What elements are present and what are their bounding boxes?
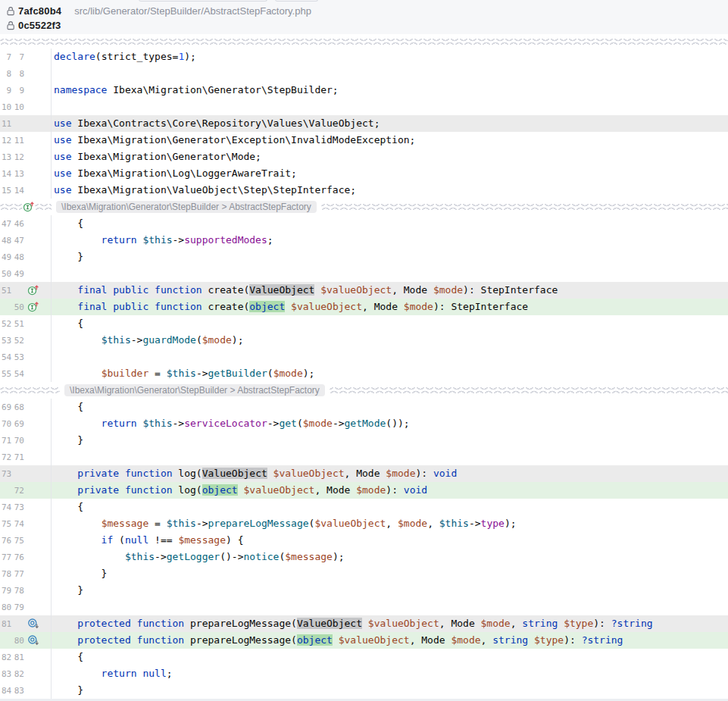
code-line[interactable]: 50 final public function create(object $… bbox=[0, 299, 728, 315]
code-text: return $this->serviceLocator->get($mode-… bbox=[51, 415, 728, 432]
old-line-number: 7 bbox=[2, 52, 11, 62]
new-line-number: 73 bbox=[11, 502, 24, 512]
new-line-number: 75 bbox=[11, 536, 24, 546]
old-line-number: 75 bbox=[2, 519, 11, 529]
code-line[interactable]: 70 69 return $this->serviceLocator->get(… bbox=[0, 415, 728, 432]
code-line[interactable]: 76 75 if (null !== $message) { bbox=[0, 532, 728, 549]
gutter: 83 82 bbox=[0, 665, 51, 682]
code-line[interactable]: 72 private function log(object $valueObj… bbox=[0, 482, 728, 499]
code-line[interactable]: 71 70 } bbox=[0, 432, 728, 449]
old-line-number: 71 bbox=[2, 436, 11, 446]
old-line-number: 76 bbox=[2, 536, 11, 546]
code-text: { bbox=[51, 315, 728, 332]
commit-hash-old: 7afc80b4 bbox=[18, 5, 61, 17]
overridden-icon[interactable] bbox=[27, 618, 39, 630]
code-line[interactable]: 73 private function log(ValueObject $val… bbox=[0, 465, 728, 482]
code-line[interactable]: 14 13 use Ibexa\Migration\Log\LoggerAwar… bbox=[0, 165, 728, 182]
new-line-number: 82 bbox=[11, 669, 24, 679]
code-line[interactable]: 55 54 $builder = $this->getBuilder($mode… bbox=[0, 365, 728, 382]
code-text: } bbox=[51, 582, 728, 599]
code-line[interactable]: 51 final public function create(ValueObj… bbox=[0, 282, 728, 299]
code-text: use Ibexa\Migration\Generator\Exception\… bbox=[51, 132, 728, 149]
code-line[interactable]: 7 7 declare(strict_types=1); bbox=[0, 49, 728, 65]
code-text: } bbox=[51, 432, 728, 449]
breadcrumb-chip[interactable]: \Ibexa\Migration\Generator\StepBuilder >… bbox=[64, 384, 325, 396]
code-text: return null; bbox=[51, 665, 728, 682]
code-line[interactable]: 74 73 { bbox=[0, 499, 728, 515]
code-line[interactable]: 9 9 namespace Ibexa\Migration\Generator\… bbox=[0, 82, 728, 99]
collapsed-region-separator[interactable]: \Ibexa\Migration\Generator\StepBuilder >… bbox=[0, 382, 728, 399]
code-line[interactable]: 52 51 { bbox=[0, 315, 728, 332]
code-text: if (null !== $message) { bbox=[51, 532, 728, 549]
new-line-number: 8 bbox=[11, 69, 24, 79]
gutter: 78 77 bbox=[0, 565, 51, 582]
code-line[interactable]: 84 83 } bbox=[0, 682, 728, 699]
code-line[interactable]: 79 78 } bbox=[0, 582, 728, 599]
wave-divider bbox=[321, 204, 728, 210]
top-wave-divider bbox=[0, 34, 728, 49]
code-line[interactable]: 78 77 } bbox=[0, 565, 728, 582]
old-line-number: 69 bbox=[2, 402, 11, 412]
collapsed-region-separator[interactable]: \Ibexa\Migration\Generator\StepBuilder >… bbox=[0, 199, 728, 215]
code-text: use Ibexa\Contracts\Core\Repository\Valu… bbox=[51, 115, 728, 132]
old-line-number: 13 bbox=[2, 152, 11, 162]
code-text: } bbox=[51, 565, 728, 582]
code-text bbox=[51, 265, 728, 282]
old-line-number: 8 bbox=[2, 69, 11, 79]
old-line-number: 78 bbox=[2, 569, 11, 579]
code-line[interactable]: 15 14 use Ibexa\Migration\ValueObject\St… bbox=[0, 182, 728, 199]
code-text: protected function prepareLogMessage(obj… bbox=[51, 632, 728, 649]
code-line[interactable]: 77 76 $this->getLogger()->notice($messag… bbox=[0, 549, 728, 565]
overridden-icon[interactable] bbox=[27, 634, 39, 646]
gutter: 7 7 bbox=[0, 49, 51, 65]
code-line[interactable]: 50 49 bbox=[0, 265, 728, 282]
file-path: src/lib/Generator/StepBuilder/AbstractSt… bbox=[74, 5, 311, 17]
new-line-number: 13 bbox=[11, 169, 24, 179]
code-text: private function log(ValueObject $valueO… bbox=[51, 465, 728, 482]
gutter: 75 74 bbox=[0, 515, 51, 532]
new-line-number: 81 bbox=[11, 652, 24, 662]
code-text bbox=[51, 349, 728, 365]
code-line[interactable]: 8 8 bbox=[0, 65, 728, 82]
code-line[interactable]: 54 53 bbox=[0, 349, 728, 365]
gutter: 80 bbox=[0, 632, 51, 649]
code-line[interactable]: 11 use Ibexa\Contracts\Core\Repository\V… bbox=[0, 115, 728, 132]
code-line[interactable]: 53 52 $this->guardMode($mode); bbox=[0, 332, 728, 349]
gutter: 11 bbox=[0, 115, 51, 132]
old-line-number: 11 bbox=[2, 119, 11, 129]
new-line-number: 83 bbox=[11, 686, 24, 696]
code-line[interactable]: 48 47 return $this->supportedModes; bbox=[0, 232, 728, 249]
breadcrumb-chip[interactable]: \Ibexa\Migration\Generator\StepBuilder >… bbox=[56, 201, 317, 213]
gutter: 72 bbox=[0, 482, 51, 499]
code-line[interactable]: 80 protected function prepareLogMessage(… bbox=[0, 632, 728, 649]
gutter: 10 10 bbox=[0, 99, 51, 115]
code-line[interactable]: 10 10 bbox=[0, 99, 728, 115]
gutter: 71 70 bbox=[0, 432, 51, 449]
code-line[interactable]: 83 82 return null; bbox=[0, 665, 728, 682]
code-line[interactable]: 81 protected function prepareLogMessage(… bbox=[0, 615, 728, 632]
code-line[interactable]: 75 74 $message = $this->prepareLogMessag… bbox=[0, 515, 728, 532]
code-text: protected function prepareLogMessage(Val… bbox=[51, 615, 728, 632]
code-line[interactable]: 49 48 } bbox=[0, 249, 728, 265]
code-line[interactable]: 72 71 bbox=[0, 449, 728, 465]
code-text: $builder = $this->getBuilder($mode); bbox=[51, 365, 728, 382]
code-line[interactable]: 80 79 bbox=[0, 599, 728, 615]
code-line[interactable]: 47 46 { bbox=[0, 215, 728, 232]
new-line-number: 71 bbox=[11, 452, 24, 462]
code-line[interactable]: 12 11 use Ibexa\Migration\Generator\Exce… bbox=[0, 132, 728, 149]
gutter: 15 14 bbox=[0, 182, 51, 199]
new-line-number: 77 bbox=[11, 569, 24, 579]
gutter: 51 bbox=[0, 282, 51, 299]
implements-icon[interactable] bbox=[27, 284, 39, 296]
lock-icon bbox=[6, 20, 15, 30]
gutter: 79 78 bbox=[0, 582, 51, 599]
new-line-number: 76 bbox=[11, 552, 24, 562]
code-line[interactable]: 82 81 { bbox=[0, 649, 728, 665]
code-line[interactable]: 13 12 use Ibexa\Migration\Generator\Mode… bbox=[0, 149, 728, 165]
code-line[interactable]: 69 68 { bbox=[0, 399, 728, 415]
gutter: 53 52 bbox=[0, 332, 51, 349]
old-line-number: 12 bbox=[2, 136, 11, 146]
wave-divider bbox=[0, 387, 60, 393]
implements-icon[interactable] bbox=[27, 301, 39, 313]
implements-icon[interactable] bbox=[23, 201, 35, 213]
